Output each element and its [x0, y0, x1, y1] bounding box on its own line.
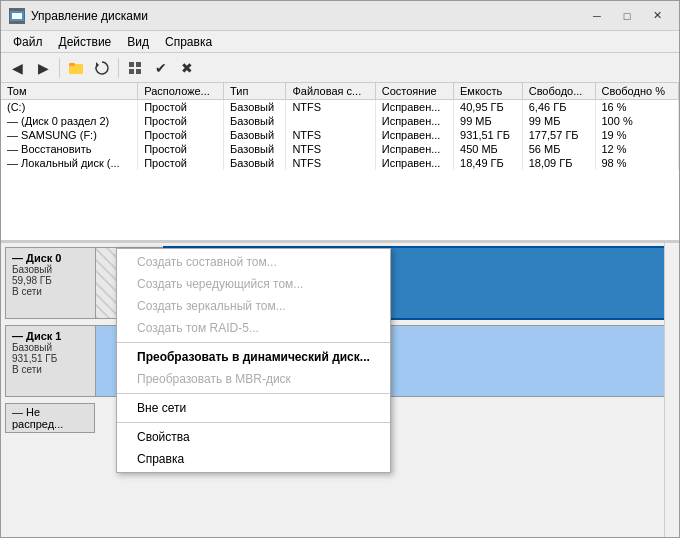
table-cell: NTFS [286, 156, 375, 170]
col-tom[interactable]: Том [1, 83, 138, 100]
back-button[interactable]: ◀ [5, 56, 29, 80]
table-cell: NTFS [286, 128, 375, 142]
table-cell: Исправен... [375, 100, 453, 115]
table-cell: 931,51 ГБ [454, 128, 523, 142]
table-cell: 98 % [595, 156, 679, 170]
main-window: Управление дисками ─ □ ✕ Файл Действие В… [0, 0, 680, 538]
table-cell: Простой [138, 156, 224, 170]
close-button[interactable]: ✕ [643, 4, 671, 28]
table-cell: Простой [138, 100, 224, 115]
volumes-table: Том Расположе... Тип Файловая с... Состо… [1, 83, 679, 170]
menu-view[interactable]: Вид [119, 33, 157, 51]
ctx-help[interactable]: Справка [117, 448, 390, 470]
ctx-create-striped[interactable]: Создать чередующийся том... [117, 273, 390, 295]
ctx-create-composite[interactable]: Создать составной том... [117, 251, 390, 273]
window-controls: ─ □ ✕ [583, 4, 671, 28]
table-cell: 12 % [595, 142, 679, 156]
svg-rect-5 [129, 62, 134, 67]
vertical-scrollbar[interactable] [664, 243, 679, 537]
table-cell: — (Диск 0 раздел 2) [1, 114, 138, 128]
disk-0-name: — Диск 0 [12, 252, 89, 264]
ctx-create-mirror[interactable]: Создать зеркальный том... [117, 295, 390, 317]
disk-1-size: 931,51 ГБ [12, 353, 89, 364]
ctx-properties[interactable]: Свойства [117, 426, 390, 448]
svg-rect-6 [136, 62, 141, 67]
table-cell: Базовый [224, 128, 286, 142]
table-row[interactable]: — Локальный диск (...ПростойБазовыйNTFSИ… [1, 156, 679, 170]
table-cell: Исправен... [375, 142, 453, 156]
menu-help[interactable]: Справка [157, 33, 220, 51]
table-cell: 19 % [595, 128, 679, 142]
ctx-convert-dynamic[interactable]: Преобразовать в динамический диск... [117, 346, 390, 368]
app-icon [9, 8, 25, 24]
disk-1-name: — Диск 1 [12, 330, 89, 342]
table-cell: 450 МБ [454, 142, 523, 156]
menu-file[interactable]: Файл [5, 33, 51, 51]
table-cell: 100 % [595, 114, 679, 128]
top-pane: Том Расположе... Тип Файловая с... Состо… [1, 83, 679, 243]
col-raspo[interactable]: Расположе... [138, 83, 224, 100]
ctx-convert-mbr[interactable]: Преобразовать в MBR-диск [117, 368, 390, 390]
table-row[interactable]: (C:)ПростойБазовыйNTFSИсправен...40,95 Г… [1, 100, 679, 115]
table-cell: 99 МБ [454, 114, 523, 128]
minimize-button[interactable]: ─ [583, 4, 611, 28]
table-cell: 99 МБ [522, 114, 595, 128]
ctx-create-raid5[interactable]: Создать том RAID-5... [117, 317, 390, 339]
table-cell: — Локальный диск (... [1, 156, 138, 170]
ctx-sep-3 [117, 422, 390, 423]
ctx-sep-1 [117, 342, 390, 343]
table-cell: NTFS [286, 100, 375, 115]
table-cell [286, 114, 375, 128]
svg-rect-8 [136, 69, 141, 74]
forward-button[interactable]: ▶ [31, 56, 55, 80]
table-row[interactable]: — SAMSUNG (F:)ПростойБазовыйNTFSИсправен… [1, 128, 679, 142]
table-cell: Простой [138, 142, 224, 156]
table-cell: 40,95 ГБ [454, 100, 523, 115]
table-cell: — Восстановить [1, 142, 138, 156]
table-cell: 56 МБ [522, 142, 595, 156]
disk-1-type: Базовый [12, 342, 89, 353]
cancel-button[interactable]: ✖ [175, 56, 199, 80]
bottom-pane: — Диск 0 Базовый 59,98 ГБ В сети Локальн… [1, 243, 679, 537]
table-cell: Базовый [224, 142, 286, 156]
col-tip[interactable]: Тип [224, 83, 286, 100]
col-free[interactable]: Свободо... [522, 83, 595, 100]
table-cell: Исправен... [375, 156, 453, 170]
table-cell: Базовый [224, 114, 286, 128]
refresh-button[interactable] [90, 56, 114, 80]
table-cell: 18,09 ГБ [522, 156, 595, 170]
table-cell: Простой [138, 114, 224, 128]
table-cell: Исправен... [375, 128, 453, 142]
col-free-pct[interactable]: Свободно % [595, 83, 679, 100]
main-content: Том Расположе... Тип Файловая с... Состо… [1, 83, 679, 537]
table-cell: 6,46 ГБ [522, 100, 595, 115]
disk-0-label: — Диск 0 Базовый 59,98 ГБ В сети [6, 248, 96, 318]
svg-rect-3 [69, 63, 75, 66]
table-cell: Базовый [224, 100, 286, 115]
folder-button[interactable] [64, 56, 88, 80]
maximize-button[interactable]: □ [613, 4, 641, 28]
menu-action[interactable]: Действие [51, 33, 120, 51]
check-button[interactable]: ✔ [149, 56, 173, 80]
menu-bar: Файл Действие Вид Справка [1, 31, 679, 53]
title-bar: Управление дисками ─ □ ✕ [1, 1, 679, 31]
toolbar-separator-2 [118, 58, 119, 78]
toolbar-separator-1 [59, 58, 60, 78]
ctx-offline[interactable]: Вне сети [117, 397, 390, 419]
disk-1-label: — Диск 1 Базовый 931,51 ГБ В сети [6, 326, 96, 396]
col-capacity[interactable]: Емкость [454, 83, 523, 100]
col-fs[interactable]: Файловая с... [286, 83, 375, 100]
disk-0-size: 59,98 ГБ [12, 275, 89, 286]
context-menu: Создать составной том... Создать чередую… [116, 248, 391, 473]
table-cell: Исправен... [375, 114, 453, 128]
col-state[interactable]: Состояние [375, 83, 453, 100]
table-header: Том Расположе... Тип Файловая с... Состо… [1, 83, 679, 100]
view-button[interactable] [123, 56, 147, 80]
table-cell: Простой [138, 128, 224, 142]
svg-marker-4 [96, 62, 99, 68]
not-distributed-text: — Не распред... [12, 406, 88, 430]
table-cell: Базовый [224, 156, 286, 170]
disk-1-status: В сети [12, 364, 89, 375]
table-row[interactable]: — ВосстановитьПростойБазовыйNTFSИсправен… [1, 142, 679, 156]
table-row[interactable]: — (Диск 0 раздел 2)ПростойБазовыйИсправе… [1, 114, 679, 128]
